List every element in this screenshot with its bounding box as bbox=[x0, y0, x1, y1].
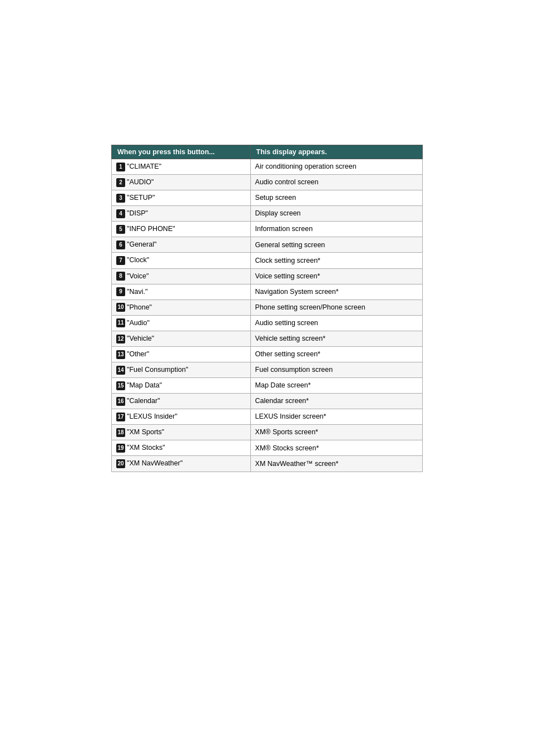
display-cell: Clock setting screen* bbox=[250, 253, 422, 268]
button-label: "Clock" bbox=[127, 257, 149, 264]
button-label: "DISP" bbox=[127, 210, 148, 218]
table-row: 6"General"General setting screen bbox=[112, 237, 423, 253]
button-cell: 8"Voice" bbox=[112, 268, 251, 284]
table-row: 2"AUDIO"Audio control screen bbox=[112, 175, 423, 190]
display-cell: Air conditioning operation screen bbox=[250, 159, 422, 175]
display-cell: Calendar screen* bbox=[250, 394, 422, 409]
button-cell: 12"Vehicle" bbox=[112, 331, 251, 346]
button-label: "CLIMATE" bbox=[127, 163, 161, 170]
row-number-badge: 2 bbox=[116, 178, 125, 187]
display-cell: Information screen bbox=[250, 222, 422, 237]
row-number-badge: 3 bbox=[116, 194, 125, 203]
button-cell: 5"INFO PHONE" bbox=[112, 222, 251, 237]
display-cell: Audio setting screen bbox=[250, 315, 422, 331]
row-number-badge: 19 bbox=[116, 444, 125, 453]
table-row: 19"XM Stocks"XM® Stocks screen* bbox=[112, 440, 423, 456]
display-cell: Setup screen bbox=[250, 190, 422, 206]
display-cell: XM® Stocks screen* bbox=[250, 440, 422, 456]
table-row: 14"Fuel Consumption"Fuel consumption scr… bbox=[112, 362, 423, 378]
row-number-badge: 13 bbox=[116, 350, 125, 359]
table-row: 20"XM NavWeather"XM NavWeather™ screen* bbox=[112, 456, 423, 472]
table-row: 13"Other"Other setting screen* bbox=[112, 346, 423, 362]
display-cell: LEXUS Insider screen* bbox=[250, 409, 422, 425]
col-header-display: This display appears. bbox=[250, 145, 422, 159]
button-label: "Other" bbox=[127, 350, 149, 358]
table-row: 3"SETUP"Setup screen bbox=[112, 190, 423, 206]
button-label: "Map Data" bbox=[127, 381, 162, 389]
button-label: "Voice" bbox=[127, 272, 149, 280]
button-label: "AUDIO" bbox=[127, 178, 154, 186]
button-display-table: When you press this button... This displ… bbox=[111, 145, 423, 472]
table-row: 16"Calendar"Calendar screen* bbox=[112, 394, 423, 409]
button-cell: 13"Other" bbox=[112, 346, 251, 362]
table-row: 1"CLIMATE"Air conditioning operation scr… bbox=[112, 159, 423, 175]
button-label: "Vehicle" bbox=[127, 335, 154, 342]
table-row: 17"LEXUS Insider"LEXUS Insider screen* bbox=[112, 409, 423, 425]
button-label: "Fuel Consumption" bbox=[127, 366, 188, 374]
table-row: 15"Map Data"Map Date screen* bbox=[112, 378, 423, 394]
display-cell: Audio control screen bbox=[250, 175, 422, 190]
display-cell: Fuel consumption screen bbox=[250, 362, 422, 378]
col-header-button: When you press this button... bbox=[112, 145, 251, 159]
display-cell: General setting screen bbox=[250, 237, 422, 253]
button-cell: 1"CLIMATE" bbox=[112, 159, 251, 175]
button-cell: 10"Phone" bbox=[112, 300, 251, 315]
display-cell: XM NavWeather™ screen* bbox=[250, 456, 422, 472]
button-cell: 2"AUDIO" bbox=[112, 175, 251, 190]
button-cell: 9"Navi." bbox=[112, 284, 251, 300]
button-cell: 4"DISP" bbox=[112, 206, 251, 222]
button-label: "General" bbox=[127, 241, 156, 249]
table-row: 18"XM Sports"XM® Sports screen* bbox=[112, 425, 423, 440]
button-label: "INFO PHONE" bbox=[127, 225, 175, 233]
display-cell: Map Date screen* bbox=[250, 378, 422, 394]
display-cell: Other setting screen* bbox=[250, 346, 422, 362]
button-label: "XM NavWeather" bbox=[127, 460, 182, 468]
display-cell: Display screen bbox=[250, 206, 422, 222]
display-cell: Vehicle setting screen* bbox=[250, 331, 422, 346]
table-row: 7"Clock"Clock setting screen* bbox=[112, 253, 423, 268]
table-row: 9"Navi."Navigation System screen* bbox=[112, 284, 423, 300]
table-row: 8"Voice"Voice setting screen* bbox=[112, 268, 423, 284]
table-row: 5"INFO PHONE"Information screen bbox=[112, 222, 423, 237]
button-cell: 7"Clock" bbox=[112, 253, 251, 268]
row-number-badge: 1 bbox=[116, 163, 125, 171]
button-label: "Navi." bbox=[127, 288, 147, 296]
table-row: 11"Audio"Audio setting screen bbox=[112, 315, 423, 331]
table-wrapper: When you press this button... This displ… bbox=[111, 145, 423, 472]
button-cell: 17"LEXUS Insider" bbox=[112, 409, 251, 425]
row-number-badge: 11 bbox=[116, 318, 125, 327]
table-header-row: When you press this button... This displ… bbox=[112, 145, 423, 159]
button-label: "XM Sports" bbox=[127, 429, 164, 436]
button-cell: 14"Fuel Consumption" bbox=[112, 362, 251, 378]
row-number-badge: 8 bbox=[116, 272, 125, 281]
button-label: "Phone" bbox=[127, 303, 152, 311]
row-number-badge: 4 bbox=[116, 209, 125, 218]
button-label: "SETUP" bbox=[127, 194, 155, 202]
button-cell: 16"Calendar" bbox=[112, 394, 251, 409]
display-cell: Navigation System screen* bbox=[250, 284, 422, 300]
button-cell: 20"XM NavWeather" bbox=[112, 456, 251, 472]
button-cell: 3"SETUP" bbox=[112, 190, 251, 206]
row-number-badge: 14 bbox=[116, 366, 125, 375]
row-number-badge: 7 bbox=[116, 256, 125, 265]
table-row: 10"Phone"Phone setting screen/Phone scre… bbox=[112, 300, 423, 315]
button-cell: 15"Map Data" bbox=[112, 378, 251, 394]
row-number-badge: 16 bbox=[116, 397, 125, 406]
button-label: "Calendar" bbox=[127, 397, 160, 405]
table-row: 12"Vehicle"Vehicle setting screen* bbox=[112, 331, 423, 346]
display-cell: Phone setting screen/Phone screen bbox=[250, 300, 422, 315]
row-number-badge: 20 bbox=[116, 459, 125, 468]
row-number-badge: 6 bbox=[116, 240, 125, 249]
button-cell: 18"XM Sports" bbox=[112, 425, 251, 440]
button-cell: 11"Audio" bbox=[112, 315, 251, 331]
row-number-badge: 5 bbox=[116, 225, 125, 234]
row-number-badge: 10 bbox=[116, 303, 125, 312]
row-number-badge: 9 bbox=[116, 287, 125, 296]
row-number-badge: 12 bbox=[116, 335, 125, 343]
row-number-badge: 18 bbox=[116, 428, 125, 437]
button-label: "XM Stocks" bbox=[127, 444, 165, 452]
row-number-badge: 15 bbox=[116, 381, 125, 390]
display-cell: XM® Sports screen* bbox=[250, 425, 422, 440]
button-label: "LEXUS Insider" bbox=[127, 413, 177, 421]
display-cell: Voice setting screen* bbox=[250, 268, 422, 284]
